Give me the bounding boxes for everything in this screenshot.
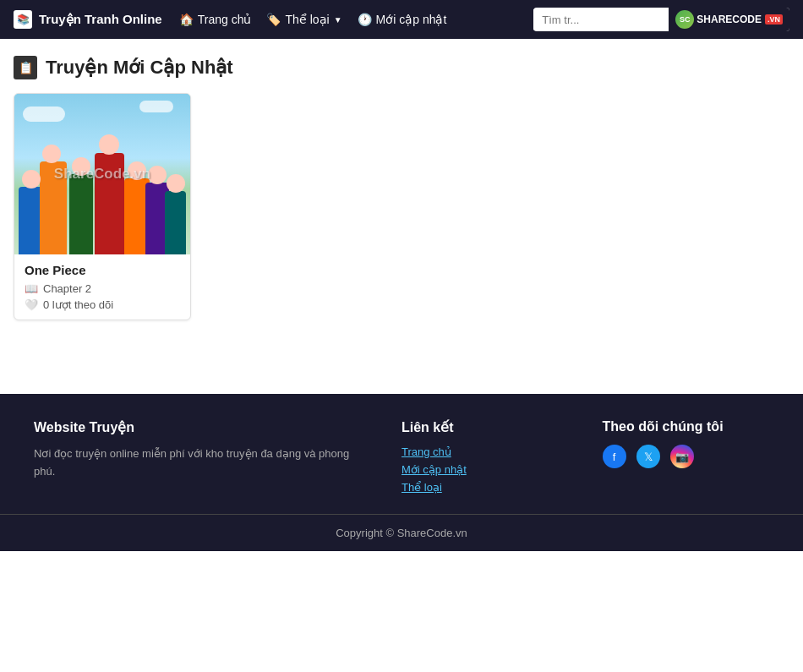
footer-link-latest[interactable]: Mới cập nhật (402, 463, 569, 476)
home-icon: 🏠 (179, 13, 194, 26)
char-7 (165, 191, 186, 254)
section-title-icon: 📋 (14, 56, 37, 79)
footer-bottom: Copyright © ShareCode.vn (34, 515, 769, 551)
sharecode-logo: SC (675, 10, 694, 29)
head-4 (99, 134, 119, 155)
vn-badge: .VN (765, 14, 783, 25)
cloud-1 (23, 107, 65, 122)
search-wrapper: SC SHARECODE .VN (533, 8, 789, 31)
chapter-label: Chapter 2 (43, 282, 91, 295)
char-3 (69, 174, 93, 254)
chapter-info: 📖 Chapter 2 (25, 282, 180, 295)
head-7 (167, 174, 185, 193)
brand[interactable]: 📚 Truyện Tranh Online (14, 10, 162, 29)
main-content: 📋 Truyện Mới Cập Nhật (0, 39, 803, 394)
book-icon: 📖 (25, 282, 38, 295)
twitter-icon[interactable]: 𝕏 (636, 445, 660, 468)
head-5 (128, 161, 146, 180)
search-area: SC SHARECODE .VN (533, 8, 789, 31)
section-title-text: Truyện Mới Cập Nhật (46, 57, 233, 79)
footer-col-links: Liên kết Trang chủ Mới cập nhật Thể loại (402, 419, 569, 494)
footer-link-home[interactable]: Trang chủ (402, 445, 569, 458)
heart-icon: 🤍 (25, 298, 38, 311)
char-2 (40, 161, 67, 254)
brand-icon: 📚 (14, 10, 32, 29)
search-logo-badge: SC SHARECODE .VN (669, 8, 789, 31)
footer-col1-title: Website Truyện (34, 419, 368, 435)
facebook-icon[interactable]: f (603, 445, 626, 468)
footer-col3-title: Theo dõi chúng tôi (603, 419, 770, 434)
nav-home[interactable]: 🏠 Trang chủ (179, 13, 252, 26)
character-group (14, 134, 190, 255)
footer: Website Truyện Nơi đọc truyện online miễ… (0, 394, 803, 551)
copyright-text: Copyright © ShareCode.vn (336, 527, 467, 539)
nav-genre[interactable]: 🏷️ Thể loại ▼ (266, 13, 341, 26)
footer-links-list: Trang chủ Mới cập nhật Thể loại (402, 445, 569, 494)
clock-icon: 🕐 (358, 13, 372, 26)
anime-scene (14, 94, 190, 254)
head-1 (22, 170, 41, 188)
manga-meta: 📖 Chapter 2 🤍 0 lượt theo dõi (25, 282, 180, 311)
head-3 (72, 157, 90, 176)
footer-col-social: Theo dõi chúng tôi f 𝕏 📷 (603, 419, 770, 494)
brand-label: Truyện Tranh Online (39, 12, 162, 27)
nav-genre-label: Thể loại (285, 13, 329, 26)
footer-grid: Website Truyện Nơi đọc truyện online miễ… (34, 419, 769, 514)
followers-info: 🤍 0 lượt theo dõi (25, 298, 180, 311)
manga-card-body: One Piece 📖 Chapter 2 🤍 0 lượt theo dõi (14, 254, 190, 320)
nav-links: 🏠 Trang chủ 🏷️ Thể loại ▼ 🕐 Mới cập nhật (179, 13, 517, 26)
nav-home-label: Trang chủ (198, 13, 252, 26)
social-icons: f 𝕏 📷 (603, 445, 770, 468)
footer-col2-title: Liên kết (402, 419, 569, 435)
footer-col1-desc: Nơi đọc truyện online miễn phí với kho t… (34, 445, 368, 481)
chevron-down-icon: ▼ (334, 15, 342, 25)
sharecode-text: SHARECODE (696, 14, 762, 25)
followers-label: 0 lượt theo dõi (43, 298, 113, 311)
nav-latest[interactable]: 🕐 Mới cập nhật (358, 13, 447, 26)
instagram-icon[interactable]: 📷 (670, 445, 694, 468)
cloud-2 (139, 101, 173, 112)
manga-card[interactable]: ShareCode.vn One Piece 📖 Chapter 2 🤍 0 l… (14, 93, 191, 320)
section-title: 📋 Truyện Mới Cập Nhật (14, 56, 789, 79)
manga-title: One Piece (25, 263, 180, 277)
manga-cover: ShareCode.vn (14, 94, 190, 254)
head-2 (42, 145, 61, 163)
footer-link-genre[interactable]: Thể loại (402, 481, 569, 494)
manga-grid: ShareCode.vn One Piece 📖 Chapter 2 🤍 0 l… (14, 93, 789, 320)
head-6 (148, 166, 167, 184)
footer-col-about: Website Truyện Nơi đọc truyện online miễ… (34, 419, 368, 494)
char-4 (95, 153, 124, 254)
search-input[interactable] (533, 9, 669, 30)
tag-icon: 🏷️ (266, 13, 281, 26)
nav-latest-label: Mới cập nhật (376, 13, 447, 26)
navbar: 📚 Truyện Tranh Online 🏠 Trang chủ 🏷️ Thể… (0, 0, 803, 39)
